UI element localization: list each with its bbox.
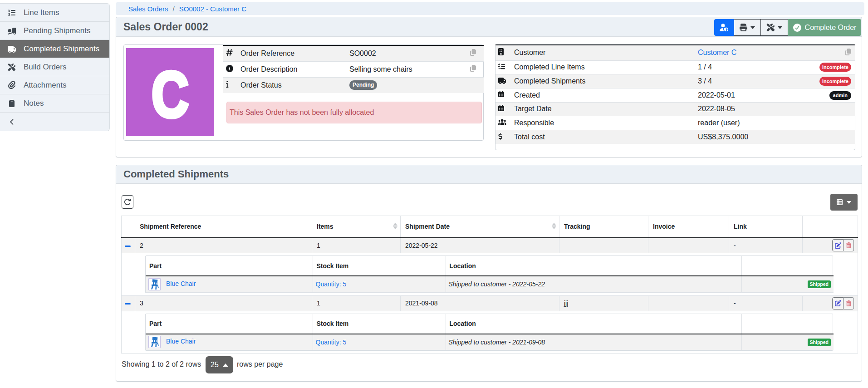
svg-text:C: C [152, 59, 189, 131]
